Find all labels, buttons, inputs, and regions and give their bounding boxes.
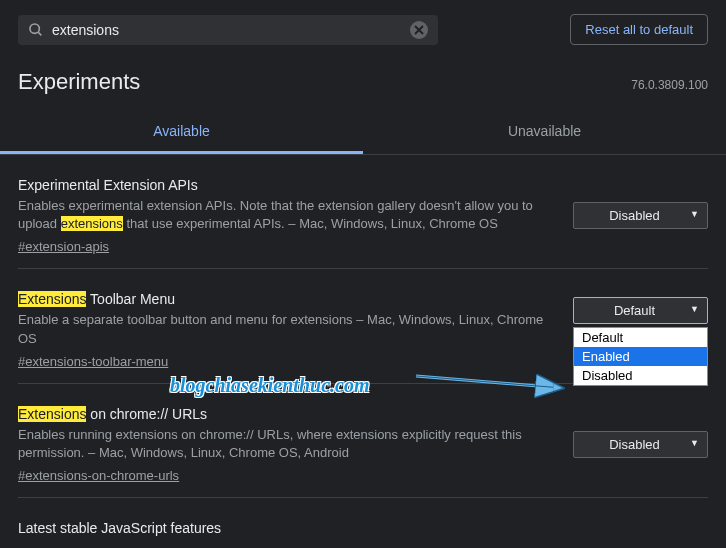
tab-unavailable[interactable]: Unavailable bbox=[363, 111, 726, 154]
tab-available[interactable]: Available bbox=[0, 111, 363, 154]
flag-extensions-on-chrome-urls: Extensions on chrome:// URLs Enables run… bbox=[18, 384, 708, 498]
flag-permalink[interactable]: #extension-apis bbox=[18, 239, 109, 254]
dropdown-option-disabled[interactable]: Disabled bbox=[574, 366, 707, 385]
search-box[interactable] bbox=[18, 15, 438, 45]
flag-extensions-toolbar-menu: Extensions Toolbar Menu Enable a separat… bbox=[18, 269, 708, 383]
flag-description: Enables running extensions on chrome:// … bbox=[18, 426, 553, 462]
clear-search-icon[interactable] bbox=[410, 21, 428, 39]
svg-point-0 bbox=[30, 24, 39, 33]
page-title: Experiments bbox=[18, 69, 140, 95]
search-highlight: Extensions bbox=[18, 291, 86, 307]
dropdown-option-enabled[interactable]: Enabled bbox=[574, 347, 707, 366]
flag-description: Enables experimental extension APIs. Not… bbox=[18, 197, 553, 233]
version-label: 76.0.3809.100 bbox=[631, 78, 708, 92]
flag-select-extensions-toolbar-menu[interactable]: Default bbox=[573, 297, 708, 324]
search-icon bbox=[28, 22, 44, 38]
flag-latest-js-features: Latest stable JavaScript features bbox=[18, 498, 708, 540]
flag-description: Enable a separate toolbar button and men… bbox=[18, 311, 553, 347]
flag-title: Experimental Extension APIs bbox=[18, 177, 553, 193]
flag-extension-apis: Experimental Extension APIs Enables expe… bbox=[18, 155, 708, 269]
reset-all-button[interactable]: Reset all to default bbox=[570, 14, 708, 45]
tabs: Available Unavailable bbox=[0, 111, 726, 155]
flag-title: Extensions on chrome:// URLs bbox=[18, 406, 553, 422]
dropdown-option-default[interactable]: Default bbox=[574, 328, 707, 347]
svg-line-1 bbox=[38, 32, 41, 35]
flag-permalink[interactable]: #extensions-toolbar-menu bbox=[18, 354, 168, 369]
flag-select-extensions-on-chrome-urls[interactable]: Disabled bbox=[573, 431, 708, 458]
flag-select-extension-apis[interactable]: Disabled bbox=[573, 202, 708, 229]
flag-permalink[interactable]: #extensions-on-chrome-urls bbox=[18, 468, 179, 483]
search-input[interactable] bbox=[52, 22, 410, 38]
search-highlight: Extensions bbox=[18, 406, 86, 422]
flag-select-dropdown: Default Enabled Disabled bbox=[573, 327, 708, 386]
search-highlight: extensions bbox=[61, 216, 123, 231]
flag-title: Extensions Toolbar Menu bbox=[18, 291, 553, 307]
flag-title: Latest stable JavaScript features bbox=[18, 520, 708, 536]
